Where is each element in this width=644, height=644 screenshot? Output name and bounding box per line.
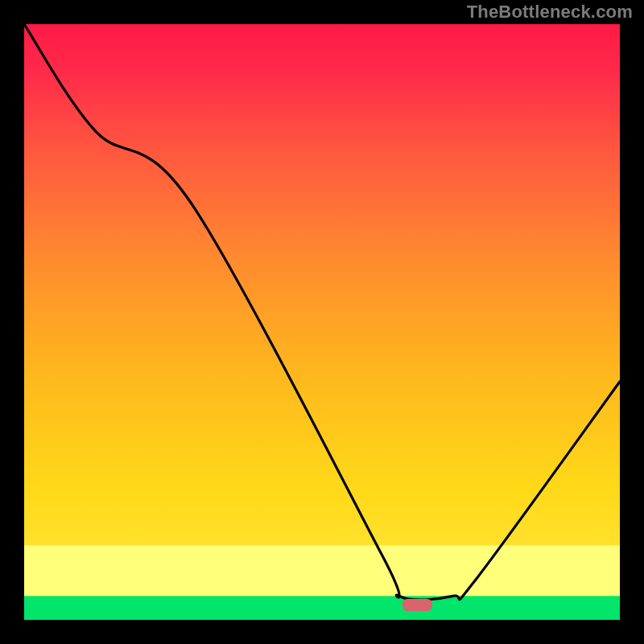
gradient-background (24, 24, 620, 620)
band-green (24, 596, 620, 620)
chart-stage: TheBottleneck.com (0, 0, 644, 644)
optimum-marker (402, 599, 432, 611)
plot-area (24, 24, 620, 620)
band-yellow-light (24, 546, 620, 597)
watermark-text: TheBottleneck.com (467, 2, 633, 23)
plot-svg (24, 24, 620, 620)
